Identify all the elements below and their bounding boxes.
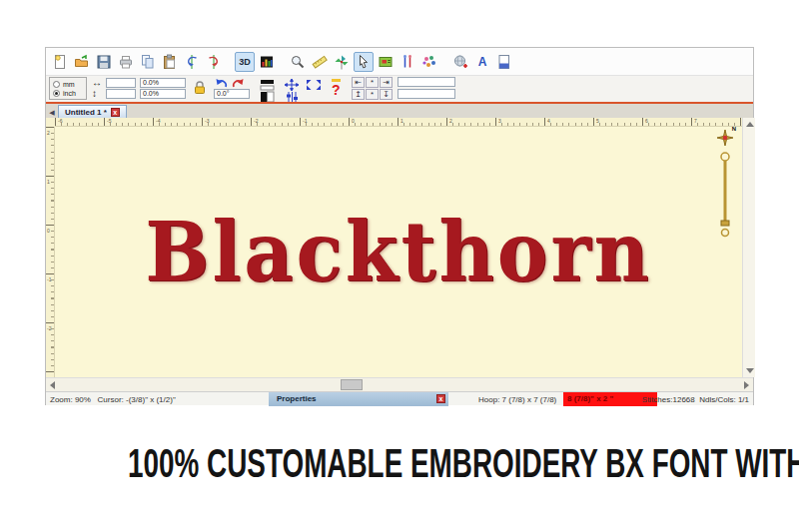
align-left-icon[interactable]: ⇤ <box>352 77 365 88</box>
scroll-down-icon[interactable] <box>746 368 754 373</box>
tab-scroll-left-icon[interactable]: ◀ <box>46 107 58 118</box>
status-hoop: Hoop: 7 (7/8) x 7 (7/8) <box>478 395 556 404</box>
globe-add-icon[interactable] <box>450 52 470 72</box>
design-text[interactable]: Blackthorn <box>145 204 652 299</box>
ruler-label: -1 <box>47 276 51 282</box>
lock-aspect-icon[interactable] <box>192 80 208 100</box>
height-arrow-icon: ↕ <box>92 88 97 99</box>
spacing-h-input[interactable] <box>398 77 455 87</box>
measure-ruler-icon[interactable] <box>310 52 330 72</box>
properties-icon[interactable] <box>376 52 396 72</box>
status-stitches: Stitches:12668 <box>642 395 695 404</box>
align-right-icon[interactable]: ⇥ <box>380 77 393 88</box>
ruler-label: -2 <box>254 118 258 124</box>
status-zoom: Zoom: 90% <box>50 395 91 404</box>
print-icon[interactable] <box>116 52 136 72</box>
width-percent-input[interactable]: 0.0% <box>140 78 186 88</box>
design-canvas[interactable]: Blackthorn N <box>55 127 742 377</box>
mm-radio[interactable] <box>53 81 60 88</box>
page: 3D <box>0 0 799 532</box>
design-flower-icon[interactable] <box>419 52 439 72</box>
new-document-icon[interactable] <box>50 52 70 72</box>
paste-icon[interactable] <box>160 52 180 72</box>
flip-horizontal-icon[interactable] <box>182 52 202 72</box>
flip-vertical-icon[interactable] <box>204 52 224 72</box>
copy-icon[interactable] <box>138 52 158 72</box>
3d-view-button[interactable]: 3D <box>235 52 255 72</box>
scroll-right-icon[interactable] <box>744 381 749 389</box>
align-bottom-icon[interactable]: ↧ <box>380 89 393 100</box>
document-tabbar: ◀ Untitled 1 * x <box>46 104 753 118</box>
v-ruler: 210-1-2 <box>46 127 55 377</box>
status-stitches-ndls: Stitches:12668 Ndls/Cols: 1/1 <box>642 395 749 404</box>
ruler-label: 1 <box>47 179 50 185</box>
lettering-label: A <box>478 55 487 69</box>
h-ruler: -6-5-4-3-2-101234567 <box>55 118 742 127</box>
status-cursor: Cursor: -(3/8)" x (1/2)" <box>98 395 176 404</box>
color-chart-icon[interactable] <box>257 52 277 72</box>
tab-label: Untitled 1 * <box>65 108 107 117</box>
ruler-label: 4 <box>547 118 550 124</box>
select-pointer-icon[interactable] <box>354 52 374 72</box>
pinwheel-icon[interactable] <box>332 52 352 72</box>
ruler-label: 1 <box>400 118 403 124</box>
align-center-h-icon[interactable]: * <box>366 77 379 88</box>
ruler-label: -1 <box>303 118 307 124</box>
app-window: 3D <box>45 47 754 405</box>
rotation-input[interactable]: 0.0° <box>214 89 250 99</box>
width-input[interactable] <box>106 78 136 88</box>
vertical-scrollbar[interactable] <box>742 118 755 377</box>
height-input[interactable] <box>106 89 136 99</box>
scroll-up-icon[interactable] <box>746 122 754 127</box>
compass-gadget[interactable]: N <box>716 129 734 151</box>
ruler-label: -6 <box>58 118 62 124</box>
tab-untitled-1[interactable]: Untitled 1 * x <box>58 105 127 118</box>
open-folder-icon[interactable] <box>72 52 92 72</box>
stitch-pins-icon[interactable] <box>398 52 417 72</box>
ruler-label: -5 <box>107 118 111 124</box>
ruler-label: 0 <box>47 228 50 234</box>
3d-view-label: 3D <box>239 57 251 67</box>
ruler-label: 7 <box>694 118 697 124</box>
ruler-label: -2 <box>47 325 51 331</box>
ruler-label: 6 <box>645 118 648 124</box>
properties-panel-label: Properties <box>277 394 317 403</box>
lettering-icon[interactable]: A <box>472 52 492 72</box>
tab-close-icon[interactable]: x <box>111 108 120 117</box>
main-toolbar: 3D <box>46 48 753 76</box>
properties-close-icon[interactable]: x <box>436 394 445 403</box>
help-icon[interactable]: ? <box>332 79 341 98</box>
height-percent-input[interactable]: 0.0% <box>140 89 186 99</box>
ruler-label: -4 <box>156 118 160 124</box>
size-slider-gadget[interactable] <box>718 151 732 247</box>
properties-panel-bar[interactable]: Properties x <box>269 392 448 406</box>
ruler-label: 5 <box>596 118 599 124</box>
ruler-label: -3 <box>205 118 209 124</box>
save-icon[interactable] <box>94 52 114 72</box>
inch-radio[interactable] <box>53 90 60 97</box>
properties-toolbar: mm inch ↔ 0.0% ↕ 0.0% 0.0° <box>46 76 753 102</box>
spacing-v-input[interactable] <box>398 89 455 99</box>
ruler-label: 0 <box>352 118 355 124</box>
status-ndls: Ndls/Cols: 1/1 <box>699 395 749 404</box>
unit-inch-option[interactable]: inch <box>53 90 86 97</box>
ruler-corner <box>46 118 55 127</box>
ruler-label: 2 <box>47 130 50 136</box>
align-top-icon[interactable]: ↥ <box>352 89 365 100</box>
zoom-icon[interactable] <box>288 52 308 72</box>
scroll-left-icon[interactable] <box>50 381 55 389</box>
notes-document-icon[interactable] <box>494 52 514 72</box>
ruler-label: 2 <box>449 118 452 124</box>
status-zoom-cursor: Zoom: 90% Cursor: -(3/8)" x (1/2)" <box>50 395 176 404</box>
width-arrow-icon: ↔ <box>92 77 102 88</box>
horizontal-scrollbar[interactable] <box>46 377 753 391</box>
align-center-v-icon[interactable]: * <box>366 89 379 100</box>
horizontal-scroll-thumb[interactable] <box>341 379 363 390</box>
unit-mm-option[interactable]: mm <box>53 81 86 88</box>
fit-view-icon[interactable] <box>306 77 322 95</box>
ruler-label: 3 <box>498 118 501 124</box>
marketing-caption: 100% CUSTOMABLE EMBROIDERY BX FONT WITH … <box>128 440 671 487</box>
status-bar: Zoom: 90% Cursor: -(3/8)" x (1/2)" Prope… <box>46 391 753 405</box>
compass-north-label: N <box>732 127 736 132</box>
mm-label: mm <box>63 81 75 88</box>
